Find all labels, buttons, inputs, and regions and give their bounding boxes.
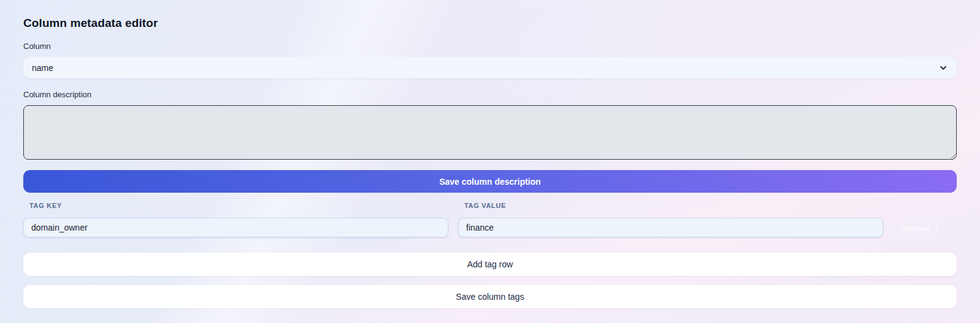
tag-value-column: TAG VALUE <box>458 202 883 238</box>
save-column-description-button[interactable]: Save column description <box>23 170 957 193</box>
tag-row: TAG KEY TAG VALUE Remove <box>23 202 957 238</box>
tag-key-column: TAG KEY <box>23 202 448 238</box>
chevron-down-icon <box>938 63 948 73</box>
tag-value-label: TAG VALUE <box>458 202 883 209</box>
column-select-value: name <box>32 63 938 73</box>
column-description-label: Column description <box>23 90 957 99</box>
tag-remove-column: Remove <box>893 202 957 238</box>
column-metadata-editor-page: Column metadata editor Column name Colum… <box>0 17 980 308</box>
column-select[interactable]: name <box>23 57 957 78</box>
remove-tag-button[interactable]: Remove <box>893 218 937 238</box>
column-select-label: Column <box>23 42 957 51</box>
column-description-textarea[interactable] <box>23 105 957 160</box>
tag-value-input[interactable] <box>458 218 883 237</box>
save-column-tags-button[interactable]: Save column tags <box>23 285 957 308</box>
add-tag-row-button[interactable]: Add tag row <box>23 253 957 276</box>
tag-key-input[interactable] <box>23 218 448 237</box>
page-title: Column metadata editor <box>23 17 957 30</box>
tag-key-label: TAG KEY <box>23 202 448 209</box>
